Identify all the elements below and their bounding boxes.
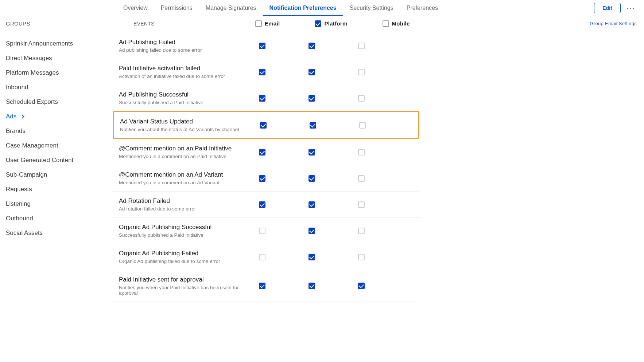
event-checkboxes: [256, 122, 366, 129]
sidebar-item-sprinklr-announcements[interactable]: Sprinklr Announcements: [0, 36, 113, 51]
sidebar-item-listening[interactable]: Listening: [0, 197, 113, 211]
checkbox-email[interactable]: [259, 43, 265, 49]
event-desc: Notifies you when your Paid Initiative h…: [119, 285, 255, 296]
checkbox-email[interactable]: [260, 122, 267, 129]
column-checkbox-email[interactable]: [255, 20, 262, 27]
top-nav-right: Edit ···: [594, 3, 637, 13]
events-list: Ad Publishing FailedAd publishing failed…: [113, 33, 419, 302]
checkbox-platform[interactable]: [309, 254, 315, 260]
sidebar-item-label: Requests: [6, 186, 32, 193]
event-desc: Organic Ad publishing failed due to some…: [119, 259, 255, 264]
checkbox-platform[interactable]: [309, 149, 315, 156]
checkbox-email[interactable]: [259, 175, 265, 182]
checkbox-email[interactable]: [259, 149, 265, 156]
tab-security-settings[interactable]: Security Settings: [343, 0, 400, 16]
group-email-settings-link[interactable]: Group Email Settings: [590, 21, 637, 26]
checkbox-platform[interactable]: [309, 283, 315, 289]
sidebar-item-label: Sprinklr Announcements: [6, 40, 73, 47]
sidebar-item-label: Case Management: [6, 142, 58, 149]
event-text: Organic Ad Publishing SuccessfulSuccessf…: [119, 224, 255, 238]
edit-button[interactable]: Edit: [594, 3, 620, 13]
checkbox-platform[interactable]: [309, 175, 315, 182]
checkbox-mobile[interactable]: [359, 122, 366, 129]
sidebar-item-requests[interactable]: Requests: [0, 182, 113, 197]
checkbox-mobile[interactable]: [358, 254, 365, 260]
sidebar-item-sub-campaign[interactable]: Sub-Campaign: [0, 168, 113, 182]
event-checkboxes: [255, 69, 365, 75]
event-checkboxes: [255, 228, 365, 234]
event-row: @Comment mention on an Ad VariantMention…: [113, 165, 419, 192]
event-row: Ad Rotation FailedAd rotation failed due…: [113, 192, 419, 218]
checkbox-mobile[interactable]: [358, 228, 365, 234]
checkbox-platform[interactable]: [309, 95, 315, 102]
sidebar-item-label: Scheduled Exports: [6, 98, 58, 106]
sidebar-item-user-generated-content[interactable]: User Generated Content: [0, 153, 113, 168]
tab-overview[interactable]: Overview: [117, 0, 154, 16]
sidebar-item-outbound[interactable]: Outbound: [0, 211, 113, 226]
sidebar-item-platform-messages[interactable]: Platform Messages: [0, 66, 113, 80]
event-checkboxes: [255, 149, 365, 156]
event-text: Ad Publishing FailedAd publishing failed…: [119, 39, 255, 53]
column-header-email: Email: [255, 20, 280, 27]
event-row: @Comment mention on an Paid InitiativeMe…: [113, 139, 419, 165]
tab-permissions[interactable]: Permissions: [154, 0, 199, 16]
more-icon[interactable]: ···: [625, 4, 637, 12]
sidebar-item-label: Social Assets: [6, 229, 43, 237]
checkbox-mobile[interactable]: [358, 149, 365, 156]
event-row: Ad Variant Status UpdatedNotifies you ab…: [114, 112, 418, 138]
highlighted-event: Ad Variant Status UpdatedNotifies you ab…: [113, 111, 419, 139]
event-text: @Comment mention on an Paid InitiativeMe…: [119, 145, 255, 159]
checkbox-mobile[interactable]: [358, 95, 365, 102]
column-checkbox-mobile[interactable]: [383, 20, 389, 27]
event-text: Paid Initiative sent for approvalNotifie…: [119, 276, 255, 296]
event-title: Ad Rotation Failed: [119, 197, 255, 205]
events-header: EVENTS: [113, 21, 255, 27]
checkbox-email[interactable]: [259, 201, 265, 208]
sidebar-item-direct-messages[interactable]: Direct Messages: [0, 51, 113, 66]
tab-preferences[interactable]: Preferences: [400, 0, 445, 16]
checkbox-mobile[interactable]: [358, 69, 365, 75]
event-desc: Ad publishing failed due to some error: [119, 47, 255, 53]
tab-notification-preferences[interactable]: Notification Preferences: [263, 0, 343, 16]
checkbox-mobile[interactable]: [358, 43, 365, 49]
event-title: Ad Publishing Successful: [119, 91, 255, 98]
sidebar-item-label: Inbound: [6, 84, 28, 91]
event-text: Ad Publishing SuccessfulSuccessfully pub…: [119, 91, 255, 105]
sidebar-item-brands[interactable]: Brands: [0, 124, 113, 138]
checkbox-email[interactable]: [259, 228, 265, 234]
checkbox-mobile[interactable]: [358, 175, 365, 182]
sidebar-item-label: Brands: [6, 127, 26, 135]
column-label-platform: Platform: [324, 20, 347, 27]
sidebar-item-inbound[interactable]: Inbound: [0, 80, 113, 95]
event-row: Ad Publishing FailedAd publishing failed…: [113, 33, 419, 59]
checkbox-email[interactable]: [259, 69, 265, 75]
column-checkbox-platform[interactable]: [315, 20, 321, 27]
event-desc: Activation of an initiative failed due t…: [119, 74, 255, 79]
checkbox-email[interactable]: [259, 283, 265, 289]
checkbox-email[interactable]: [259, 254, 265, 260]
column-label-email: Email: [265, 20, 280, 27]
checkbox-email[interactable]: [259, 95, 265, 102]
event-title: Paid Initiative activation failed: [119, 65, 255, 72]
checkbox-platform[interactable]: [309, 69, 315, 75]
sidebar-item-label: User Generated Content: [6, 157, 73, 164]
body: Sprinklr AnnouncementsDirect MessagesPla…: [0, 31, 644, 302]
column-label-mobile: Mobile: [392, 20, 410, 27]
sidebar-item-social-assets[interactable]: Social Assets: [0, 226, 113, 240]
event-desc: Notifies you about the status of Ad Vari…: [120, 127, 256, 132]
sidebar-item-ads[interactable]: Ads: [0, 109, 113, 124]
event-text: Paid Initiative activation failedActivat…: [119, 65, 255, 79]
sidebar-item-case-management[interactable]: Case Management: [0, 138, 113, 153]
checkbox-platform[interactable]: [309, 201, 315, 208]
checkbox-mobile[interactable]: [358, 283, 365, 289]
sidebar-item-label: Platform Messages: [6, 69, 59, 76]
checkbox-platform[interactable]: [310, 122, 316, 129]
top-nav: OverviewPermissionsManage SignaturesNoti…: [0, 0, 644, 16]
checkbox-mobile[interactable]: [358, 201, 365, 208]
checkbox-platform[interactable]: [309, 43, 315, 49]
tab-manage-signatures[interactable]: Manage Signatures: [199, 0, 263, 16]
sidebar-item-label: Sub-Campaign: [6, 171, 47, 178]
event-text: Organic Ad Publishing FailedOrganic Ad p…: [119, 250, 255, 264]
sidebar-item-scheduled-exports[interactable]: Scheduled Exports: [0, 95, 113, 109]
checkbox-platform[interactable]: [309, 228, 315, 234]
